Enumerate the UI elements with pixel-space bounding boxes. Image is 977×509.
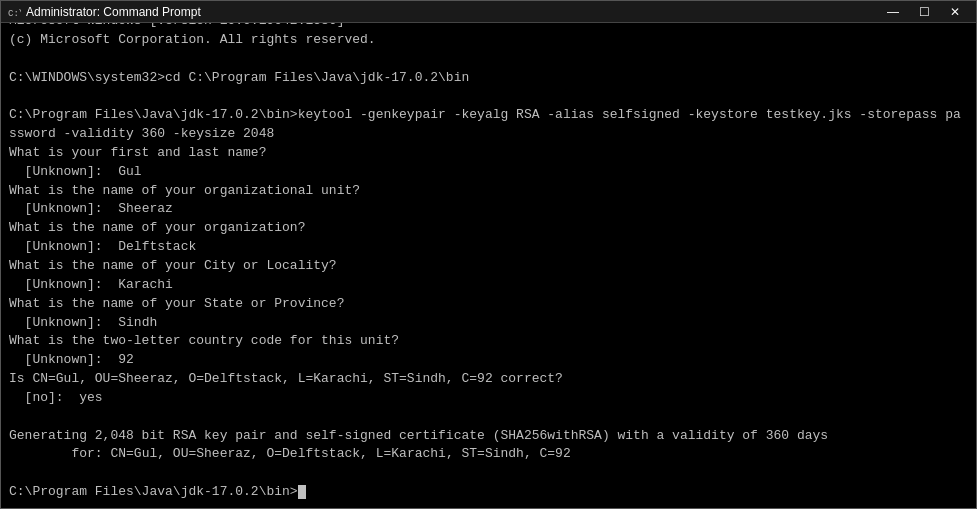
- title-bar-left: C:\ Administrator: Command Prompt: [7, 5, 201, 19]
- svg-text:C:\: C:\: [8, 9, 21, 19]
- cursor-blink: [298, 485, 306, 499]
- console-output[interactable]: Microsoft Windows [Version 10.0.19042.15…: [1, 23, 976, 508]
- cmd-icon: C:\: [7, 5, 21, 19]
- close-button[interactable]: ✕: [940, 2, 970, 22]
- window-title: Administrator: Command Prompt: [26, 5, 201, 19]
- window-controls: — ☐ ✕: [878, 2, 970, 22]
- command-prompt-window: C:\ Administrator: Command Prompt — ☐ ✕ …: [0, 0, 977, 509]
- minimize-button[interactable]: —: [878, 2, 908, 22]
- title-bar: C:\ Administrator: Command Prompt — ☐ ✕: [1, 1, 976, 23]
- maximize-button[interactable]: ☐: [909, 2, 939, 22]
